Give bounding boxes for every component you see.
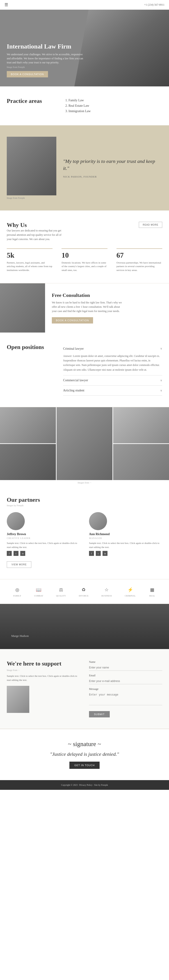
- accordion-item-1: Commercial lawyer ∨: [63, 375, 162, 385]
- gallery-cell-2: [57, 407, 112, 480]
- icon-item-2[interactable]: ⚖ QUALITY: [56, 586, 66, 597]
- stat-number-0: 5k: [7, 248, 52, 259]
- accordion-label-articling-student: Articling student: [63, 389, 85, 392]
- support-avatar: [7, 686, 29, 713]
- chevron-down-icon-0: ∨: [160, 347, 162, 350]
- partners-title: Our partners: [7, 496, 162, 503]
- accordion-header-criminal-lawyer[interactable]: Criminal lawyer ∨: [63, 344, 162, 354]
- email-field: Email: [89, 674, 162, 684]
- partner-social-icons-1: f t in: [89, 551, 162, 556]
- accordion-label-criminal-lawyer: Criminal lawyer: [63, 347, 84, 351]
- header-left: ☰: [5, 2, 8, 7]
- icon-label-2: QUALITY: [56, 595, 66, 597]
- email-label: Email: [89, 674, 162, 677]
- quote-content: "My top priority is to earn your trust a…: [63, 158, 162, 178]
- instagram-icon-1[interactable]: in: [103, 551, 107, 556]
- consultation-title: Free Consultation: [52, 293, 162, 298]
- view-more-button[interactable]: VIEW MORE: [7, 561, 31, 568]
- stat-desc-2: Overseas partnerships. We have internati…: [117, 261, 162, 272]
- person-name: Marge Hudson: [11, 634, 28, 638]
- criminal-icon: ⚡: [126, 586, 134, 593]
- submit-button[interactable]: SUBMIT: [89, 711, 110, 718]
- gallery-section: Images from ···: [0, 407, 169, 485]
- name-label: Name: [89, 660, 162, 664]
- accordion-label-commercial-lawyer: Commercial lawyer: [63, 379, 88, 382]
- quote-image-from: Image from Freepik: [7, 197, 56, 199]
- stat-item-1: 10 Domestic locations. We have offices i…: [62, 248, 107, 272]
- twitter-icon-0[interactable]: t: [14, 551, 19, 556]
- hero-background-image: [74, 10, 169, 86]
- why-us-header-left: Why Us Our lawyers are dedicated to ensu…: [7, 222, 65, 242]
- message-textarea[interactable]: [89, 692, 162, 705]
- icon-label-0: FAMILY: [13, 595, 21, 597]
- gallery-images-from: Images from ···: [0, 480, 169, 485]
- accordion-header-commercial-lawyer[interactable]: Commercial lawyer ∨: [63, 375, 162, 385]
- get-in-touch-button[interactable]: GET IN TOUCH: [69, 762, 100, 769]
- stat-desc-1: Domestic locations. We have offices in s…: [62, 261, 107, 272]
- quote-footer-text: "Justice delayed is justice denied.": [7, 751, 162, 757]
- icon-item-6[interactable]: ▦ REAL: [148, 586, 156, 597]
- gallery-cell-4: [0, 444, 56, 480]
- icon-label-1: COMBAT: [34, 595, 44, 597]
- menu-icon[interactable]: ☰: [5, 2, 8, 7]
- why-us-header: Why Us Our lawyers are dedicated to ensu…: [7, 222, 162, 242]
- partner-avatar-0: [7, 512, 25, 530]
- partner-role-0: CREATIVE LEADER: [7, 537, 80, 539]
- footer-text: Copyright © 2023 · Privacy Policy · Site…: [61, 784, 108, 786]
- practice-areas-list: 1. Family Law 2. Real Estate Law 3. Immi…: [65, 98, 162, 114]
- business-icon: ☆: [103, 586, 110, 593]
- partners-row: Jeffrey Brown CREATIVE LEADER Sample tex…: [7, 512, 162, 556]
- icons-row: ◎ FAMILY 📖 COMBAT ⚖ QUALITY ♻ DIVORCE ☆ …: [7, 586, 162, 597]
- why-us-read-more-button[interactable]: READ MORE: [139, 222, 162, 228]
- gallery-cell-3: [113, 407, 169, 443]
- accordion-item-2: Articling student ∨: [63, 385, 162, 396]
- partners-section: Our partners Images by Freepik Jeffrey B…: [0, 485, 169, 579]
- hero-title: International Law Firm: [7, 43, 84, 50]
- hero-section: International Law Firm We understand you…: [0, 10, 169, 86]
- support-image-from: Image from ···: [7, 669, 80, 671]
- accordion-header-articling-student[interactable]: Articling student ∨: [63, 385, 162, 396]
- icons-bar-section: ◎ FAMILY 📖 COMBAT ⚖ QUALITY ♻ DIVORCE ☆ …: [0, 579, 169, 604]
- twitter-icon-1[interactable]: t: [96, 551, 101, 556]
- stat-number-1: 10: [62, 248, 107, 259]
- consultation-cta-button[interactable]: BOOK A CONSULTATION: [52, 317, 93, 323]
- email-input[interactable]: [89, 678, 162, 684]
- book-consultation-button[interactable]: BOOK A CONSULTATION: [7, 71, 48, 77]
- facebook-icon-1[interactable]: f: [89, 551, 94, 556]
- why-us-title: Why Us: [7, 222, 65, 229]
- icon-item-1[interactable]: 📖 COMBAT: [34, 586, 44, 597]
- name-input[interactable]: [89, 665, 162, 671]
- icon-label-5: CRIMINAL: [125, 595, 136, 597]
- partner-name-1: Ann Richmond: [89, 532, 162, 536]
- instagram-icon-0[interactable]: in: [20, 551, 25, 556]
- consultation-box: Free Consultation We know it can be hard…: [45, 283, 169, 332]
- list-item: 2. Real Estate Law: [65, 103, 162, 108]
- partner-card-1: Ann Richmond MANAGER Sample text. Click …: [89, 512, 162, 556]
- divorce-icon: ♻: [80, 586, 87, 593]
- quote-section-left: Image from Freepik: [7, 137, 56, 199]
- positions-accordion: Criminal lawyer ∨ Answer: Lorem ipsum do…: [63, 344, 162, 396]
- positions-section: Open positions Criminal lawyer ∨ Answer:…: [0, 332, 169, 407]
- accordion-item-0: Criminal lawyer ∨ Answer: Lorem ipsum do…: [63, 344, 162, 375]
- person-background: [0, 604, 169, 649]
- quote-text: "My top priority is to earn your trust a…: [63, 158, 162, 172]
- facebook-icon-0[interactable]: f: [7, 551, 12, 556]
- icon-item-5[interactable]: ⚡ CRIMINAL: [125, 586, 136, 597]
- header-phone: +1 (234) 567-8911: [144, 3, 164, 6]
- icon-item-0[interactable]: ◎ FAMILY: [13, 586, 21, 597]
- footer: Copyright © 2023 · Privacy Policy · Site…: [0, 780, 169, 790]
- support-left: We're here to support Image from ··· Sam…: [7, 660, 80, 718]
- hero-overlay: International Law Firm We understand you…: [7, 43, 84, 77]
- icon-item-3[interactable]: ♻ DIVORCE: [79, 586, 89, 597]
- icon-item-4[interactable]: ☆ BUSINESS: [101, 586, 112, 597]
- partner-social-icons-0: f t in: [7, 551, 80, 556]
- icon-label-3: DIVORCE: [79, 595, 89, 597]
- quality-icon: ⚖: [57, 586, 65, 593]
- hero-description: We understand your challenges. We strive…: [7, 52, 84, 65]
- combat-icon: 📖: [35, 586, 43, 593]
- real-icon: ▦: [148, 586, 156, 593]
- hero-image-from: Image from Freepik: [7, 66, 84, 68]
- positions-title: Open positions: [7, 344, 56, 351]
- header: ☰ +1 (234) 567-8911: [0, 0, 169, 10]
- stat-number-2: 67: [117, 248, 162, 259]
